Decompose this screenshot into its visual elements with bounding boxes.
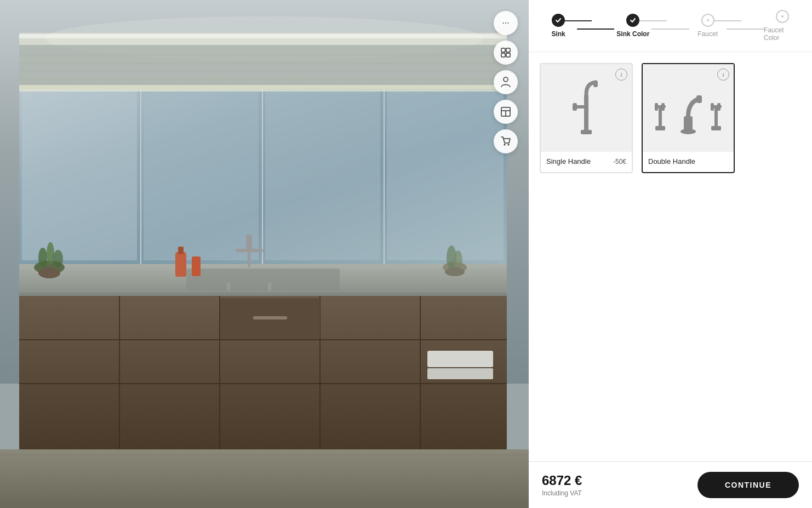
vat-label: Including VAT <box>542 489 582 497</box>
svg-rect-55 <box>506 48 510 52</box>
step-faucet-color-label: Faucet Color <box>764 26 801 42</box>
product-options: i Single Handle <box>529 52 812 461</box>
person-icon <box>501 77 511 88</box>
info-icon-2: i <box>722 71 724 78</box>
price-section: 6872 € Including VAT <box>542 473 582 497</box>
product-image-double-handle: i <box>643 64 734 152</box>
svg-rect-28 <box>268 283 271 290</box>
svg-point-64 <box>707 19 709 21</box>
faucet-single-svg <box>567 78 605 138</box>
product-label-single: Single Handle -50€ <box>541 152 632 172</box>
step-faucet-color-circle <box>776 10 789 23</box>
svg-rect-52 <box>0 449 529 508</box>
info-icon: i <box>620 71 622 78</box>
svg-rect-26 <box>246 235 252 252</box>
continue-button[interactable]: CONTINUE <box>697 472 799 498</box>
step-sink-color-label: Sink Color <box>616 30 649 38</box>
svg-rect-23 <box>186 269 340 290</box>
configurator-panel: Sink Sink Color Faucet <box>529 0 812 508</box>
svg-point-41 <box>53 250 63 267</box>
svg-rect-16 <box>265 90 380 260</box>
svg-point-65 <box>781 15 784 18</box>
cart-button[interactable] <box>494 129 518 153</box>
svg-rect-44 <box>178 247 184 254</box>
circle-dot-icon <box>706 18 710 22</box>
svg-rect-18 <box>19 85 507 92</box>
svg-rect-51 <box>427 368 493 379</box>
more-icon: ··· <box>502 18 509 28</box>
svg-rect-77 <box>696 95 702 103</box>
svg-point-49 <box>445 267 465 276</box>
step-navigation: Sink Sink Color Faucet <box>529 0 812 52</box>
svg-rect-14 <box>22 90 137 260</box>
svg-rect-82 <box>711 103 714 111</box>
step-sink[interactable]: Sink <box>540 14 577 38</box>
svg-rect-37 <box>253 316 287 319</box>
info-button-single[interactable]: i <box>615 69 627 81</box>
connector-1 <box>577 28 614 30</box>
step-faucet-circle <box>701 14 714 27</box>
single-handle-price: -50€ <box>613 158 626 165</box>
step-faucet[interactable]: Faucet <box>689 14 727 38</box>
grid-view-button[interactable] <box>494 41 518 65</box>
step-faucet-label: Faucet <box>697 30 718 38</box>
svg-point-78 <box>681 129 696 134</box>
toolbar-buttons: ··· <box>494 11 518 153</box>
product-card-double-handle[interactable]: i <box>642 63 735 173</box>
svg-rect-68 <box>593 81 598 87</box>
svg-point-39 <box>38 248 47 267</box>
cart-icon <box>501 136 511 146</box>
step-sink-circle <box>552 14 565 27</box>
svg-point-40 <box>47 242 54 264</box>
step-sink-label: Sink <box>551 30 565 38</box>
svg-rect-83 <box>717 103 720 111</box>
step-sink-color[interactable]: Sink Color <box>614 14 651 38</box>
checkmark-icon <box>555 17 562 24</box>
svg-rect-43 <box>175 252 186 277</box>
info-button-double[interactable]: i <box>717 69 729 81</box>
svg-point-48 <box>454 250 462 270</box>
svg-point-62 <box>504 144 506 146</box>
svg-point-58 <box>504 77 508 82</box>
svg-rect-75 <box>661 103 665 111</box>
svg-rect-17 <box>387 90 504 260</box>
svg-rect-67 <box>584 94 588 132</box>
bottom-bar: 6872 € Including VAT CONTINUE <box>529 461 812 508</box>
product-label-double: Double Handle <box>643 152 734 172</box>
svg-rect-57 <box>506 53 510 57</box>
product-image-single-handle: i <box>541 64 632 152</box>
svg-rect-74 <box>655 103 658 111</box>
connector-3 <box>727 28 764 30</box>
svg-rect-54 <box>501 48 505 52</box>
svg-rect-70 <box>573 103 577 111</box>
svg-rect-24 <box>248 251 250 267</box>
total-price: 6872 € <box>542 473 582 488</box>
svg-rect-22 <box>19 293 507 296</box>
svg-rect-5 <box>19 45 507 89</box>
person-view-button[interactable] <box>494 70 518 94</box>
double-handle-name: Double Handle <box>648 157 695 165</box>
grid-icon <box>501 48 511 58</box>
checkmark-icon-2 <box>630 17 636 24</box>
svg-rect-56 <box>501 53 505 57</box>
bathroom-viewer: ··· <box>0 0 529 508</box>
connector-2 <box>651 28 689 30</box>
svg-point-63 <box>508 144 510 146</box>
layout-icon <box>501 107 511 117</box>
svg-rect-50 <box>427 351 493 367</box>
faucet-double-svg <box>653 78 724 138</box>
product-card-single-handle[interactable]: i Single Handle <box>540 63 633 173</box>
svg-rect-27 <box>227 283 230 290</box>
more-options-button[interactable]: ··· <box>494 11 518 35</box>
circle-dot-icon-2 <box>780 14 785 19</box>
step-sink-color-circle <box>626 14 639 27</box>
svg-point-42 <box>38 267 60 278</box>
svg-rect-15 <box>144 90 259 260</box>
single-handle-name: Single Handle <box>546 157 591 165</box>
layout-button[interactable] <box>494 100 518 124</box>
step-faucet-color[interactable]: Faucet Color <box>764 10 801 42</box>
svg-rect-45 <box>192 256 201 276</box>
